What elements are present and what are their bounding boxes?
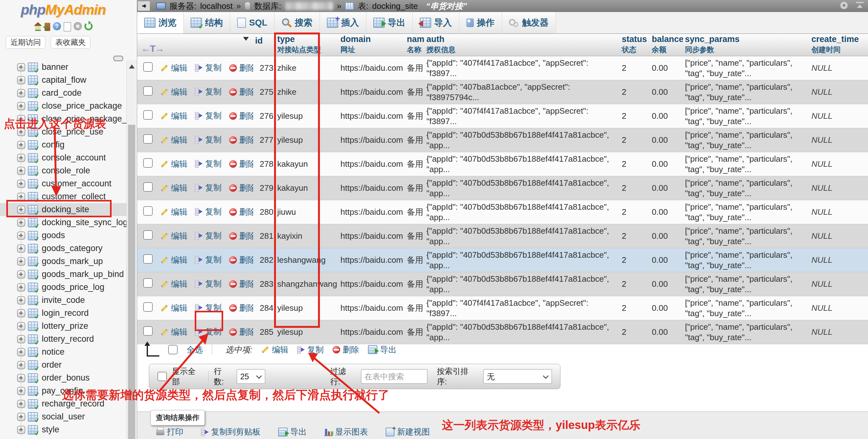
expand-icon[interactable] [17,141,25,149]
filter-rows-input[interactable] [361,369,427,384]
sidebar-item-banner[interactable]: banner [0,61,126,74]
expand-icon[interactable] [17,244,25,253]
sidebar-item-goods_price_log[interactable]: goods_price_log [0,281,126,294]
sidebar-item-console_account[interactable]: console_account [0,151,126,164]
row-checkbox[interactable] [143,230,153,240]
bulk-edit-button[interactable]: 编辑 [261,344,288,355]
column-sort-link-name[interactable]: name [407,34,423,44]
row-edit-link[interactable]: 编辑 [160,182,187,194]
sidebar-item-goods_mark_up_bind[interactable]: goods_mark_up_bind [0,268,126,281]
row-edit-link[interactable]: 编辑 [160,231,187,242]
expand-icon[interactable] [17,218,25,227]
row-checkbox[interactable] [143,158,153,168]
row-delete-link[interactable]: 删除 [229,207,253,217]
expand-icon[interactable] [17,361,25,369]
breadcrumb-server-link[interactable]: localhost [200,1,232,11]
sidebar-item-invite_code[interactable]: invite_code [0,294,126,307]
row-delete-link[interactable]: 删除 [229,87,253,98]
row-copy-link[interactable]: 复制 [195,230,222,241]
sidebar-item-login_record[interactable]: login_record [0,307,126,319]
console-collapse-button[interactable] [138,1,150,11]
sidebar-item-order[interactable]: order [0,359,126,371]
sidebar-item-lottery_record[interactable]: lottery_record [0,333,126,345]
expand-icon[interactable] [17,400,25,408]
sidebar-item-lottery_prize[interactable]: lottery_prize [0,319,126,333]
sidebar-item-customer_account[interactable]: customer_account [0,177,126,190]
row-copy-link[interactable]: 复制 [195,254,222,265]
row-edit-link[interactable]: 编辑 [160,207,187,217]
column-sort-link-domain[interactable]: domain [340,34,403,44]
scroll-up-icon[interactable] [129,64,135,69]
row-delete-link[interactable]: 删除 [229,110,253,122]
expand-icon[interactable] [17,206,25,214]
display-chart-button[interactable]: 显示图表 [324,426,368,437]
sidebar-item-notice[interactable]: notice [0,345,126,359]
expand-icon[interactable] [17,154,25,162]
expand-icon[interactable] [17,115,25,123]
show-all-label[interactable]: 显示全部 [172,366,203,387]
sidebar-item-close_price_package[interactable]: close_price_package [0,100,126,112]
sidebar-item-recharge_record[interactable]: recharge_record [0,397,126,410]
row-checkbox[interactable] [143,206,153,216]
sort-by-key-select[interactable]: 无 [483,369,552,384]
row-copy-link[interactable]: 复制 [195,278,222,289]
database-name-redacted[interactable] [285,2,333,10]
row-edit-link[interactable]: 编辑 [160,135,187,145]
row-delete-link[interactable]: 删除 [229,231,253,242]
bulk-copy-button[interactable]: 复制 [297,344,324,355]
sidebar-item-capital_flow[interactable]: capital_flow [0,74,126,87]
page-settings-icon[interactable] [840,2,848,9]
expand-icon[interactable] [17,180,25,188]
row-delete-link[interactable]: 删除 [229,63,253,74]
sidebar-item-close_price_package_use[interactable]: close_price_package_use [0,112,126,125]
expand-icon[interactable] [17,426,25,434]
row-checkbox[interactable] [143,182,153,192]
sidebar-item-console_role[interactable]: console_role [0,164,126,177]
rows-count-select[interactable]: 25 [237,369,265,384]
tab-insert[interactable]: 插入 [320,12,366,33]
row-copy-link[interactable]: 复制 [195,206,222,217]
print-button[interactable]: 打印 [156,426,183,437]
sidebar-item-close_price_use[interactable]: close_price_use [0,125,126,138]
expand-icon[interactable] [17,102,25,110]
row-copy-link[interactable]: 复制 [195,158,222,169]
row-copy-link[interactable]: 复制 [195,62,222,73]
options-glyph[interactable]: ←T→ [141,43,164,54]
expand-icon[interactable] [17,309,25,317]
row-delete-link[interactable]: 删除 [229,303,253,314]
row-checkbox[interactable] [143,278,153,288]
row-edit-link[interactable]: 编辑 [160,255,187,266]
sidebar-item-style[interactable]: style [0,423,126,436]
bulk-delete-button[interactable]: 删除 [333,344,359,355]
sidebar-item-docking_site_sync_log[interactable]: docking_site_sync_log [0,216,126,229]
row-delete-link[interactable]: 删除 [229,159,253,170]
row-delete-link[interactable]: 删除 [229,278,253,290]
copy-to-clipboard-button[interactable]: 复制到剪贴板 [201,426,260,437]
row-checkbox[interactable] [143,254,153,264]
tab-triggers[interactable]: 触发器 [502,12,556,33]
sidebar-item-customer_collect[interactable]: customer_collect [0,190,126,203]
sidebar-item-social_user[interactable]: social_user [0,410,126,423]
row-copy-link[interactable]: 复制 [195,134,222,145]
expand-icon[interactable] [17,374,25,382]
row-copy-link[interactable]: 复制 [195,326,222,337]
row-delete-link[interactable]: 删除 [229,135,253,145]
expand-icon[interactable] [17,387,25,395]
row-edit-link[interactable]: 编辑 [160,278,187,290]
sidebar-item-goods_category[interactable]: goods_category [0,242,126,255]
sidebar-item-config[interactable]: config [0,138,126,151]
expand-icon[interactable] [17,63,25,71]
expand-icon[interactable] [17,89,25,97]
column-sort-link-create_time[interactable]: create_time [811,34,866,44]
column-sort-link-auth[interactable]: auth [426,34,618,44]
row-checkbox[interactable] [143,302,153,312]
bulk-export-button[interactable]: 导出 [368,344,396,355]
tab-export[interactable]: 导出 [366,12,413,33]
row-copy-link[interactable]: 复制 [195,182,222,193]
row-delete-link[interactable]: 删除 [229,327,253,338]
row-edit-link[interactable]: 编辑 [160,159,187,170]
column-sort-link-sync_params[interactable]: sync_params [685,34,808,44]
row-copy-link[interactable]: 复制 [195,86,222,97]
expand-icon[interactable] [17,128,25,136]
sidebar-item-order_bonus[interactable]: order_bonus [0,371,126,384]
